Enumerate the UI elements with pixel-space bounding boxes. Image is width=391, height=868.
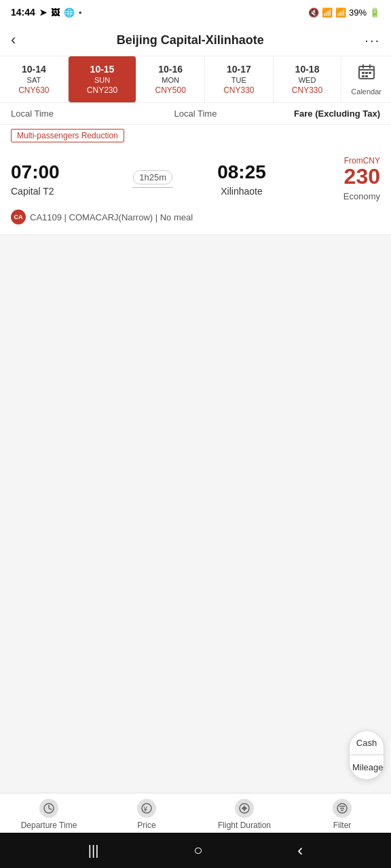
date-tabs: 10-14 SAT CNY630 10-15 SUN CNY230 10-16 … [0, 56, 391, 103]
date-price: CNY330 [292, 85, 322, 95]
date-day: MON [162, 76, 179, 84]
battery-icon: 🔋 [369, 7, 380, 18]
svg-rect-8 [365, 75, 368, 77]
date-day: SUN [94, 76, 110, 84]
departure-time-icon [39, 799, 58, 818]
sys-home-button[interactable]: ○ [193, 842, 202, 859]
date-tab-10-16[interactable]: 10-16 MON CNY500 [136, 56, 205, 102]
col-fare: Fare (Excluding Tax) [257, 108, 380, 119]
status-bar: 14:44 ➤ 🖼 🌐 ● 🔇 📶 📶 39% 🔋 [0, 0, 391, 24]
header: ‹ Beijing Capital-Xilinhaote ··· [0, 24, 391, 56]
globe-icon: 🌐 [64, 7, 75, 18]
filter-icon [333, 799, 352, 818]
image-icon: 🖼 [51, 7, 60, 18]
col-local-time-2: Local Time [134, 108, 257, 119]
date-num: 10-18 [295, 64, 320, 75]
reduction-badge: Multi-passengers Reduction [11, 129, 124, 142]
nav-flight-duration-label: Flight Duration [218, 821, 271, 830]
svg-rect-5 [365, 72, 368, 74]
page-title: Beijing Capital-Xilinhaote [16, 33, 365, 47]
status-time: 14:44 [11, 7, 35, 18]
nav-departure-time-label: Departure Time [21, 821, 77, 830]
main-content [0, 235, 391, 793]
sys-menu-button[interactable]: ||| [88, 843, 99, 859]
col-local-time-1: Local Time [11, 108, 134, 119]
flight-cabin-class: Economy [343, 191, 380, 201]
flight-departure: 07:00 Capital T2 [11, 161, 117, 197]
date-price: CNY630 [18, 85, 49, 95]
sys-back-button[interactable]: ‹ [297, 841, 303, 860]
float-buttons: Cash Mileage [349, 730, 384, 780]
departure-airport: Capital T2 [11, 186, 117, 197]
date-tab-10-15[interactable]: 10-15 SUN CNY230 [69, 56, 137, 102]
flight-arrival: 08:25 Xilinhaote [189, 161, 295, 197]
date-price: CNY330 [223, 85, 254, 95]
back-button[interactable]: ‹ [11, 31, 16, 49]
flight-price-amount: 230 [344, 165, 380, 187]
nav-filter-label: Filter [333, 821, 352, 830]
arrival-airport: Xilinhaote [221, 186, 263, 197]
flight-info-row: CA CA1109 | COMACARJ(Narrow) | No meal [11, 210, 380, 224]
calendar-tab[interactable]: Calendar [341, 56, 391, 102]
cash-button[interactable]: Cash [349, 730, 384, 755]
svg-rect-6 [369, 72, 371, 74]
flight-main-row: 07:00 Capital T2 1h25m 08:25 Xilinhaote … [11, 156, 380, 201]
date-num: 10-14 [22, 64, 46, 75]
date-num: 10-16 [158, 64, 183, 75]
flight-card[interactable]: 07:00 Capital T2 1h25m 08:25 Xilinhaote … [0, 146, 391, 235]
date-day: SAT [27, 76, 41, 84]
flight-duration: 1h25m [133, 170, 172, 184]
mileage-button[interactable]: Mileage [349, 755, 384, 780]
airline-logo: CA [11, 210, 26, 224]
flight-price-row: 230 [344, 165, 380, 187]
nav-filter[interactable]: Filter [293, 799, 391, 830]
arrival-time: 08:25 [217, 161, 266, 183]
departure-time: 07:00 [11, 161, 117, 183]
battery-text: 39% [349, 7, 367, 18]
nav-flight-duration[interactable]: Flight Duration [196, 799, 293, 830]
flight-info-text: CA1109 | COMACARJ(Narrow) | No meal [30, 212, 193, 222]
flight-duration-icon [235, 799, 254, 818]
calendar-label: Calendar [351, 87, 381, 96]
svg-line-11 [49, 808, 52, 810]
date-num: 10-15 [90, 64, 115, 75]
date-day: TUE [231, 76, 246, 84]
svg-text:¥: ¥ [143, 806, 148, 813]
date-tab-10-14[interactable]: 10-14 SAT CNY630 [0, 56, 69, 102]
flight-line [132, 187, 173, 188]
nav-price[interactable]: ¥ Price [98, 799, 196, 830]
sys-nav-bar: ||| ○ ‹ [0, 833, 391, 868]
nav-price-label: Price [137, 821, 155, 830]
date-tab-10-18[interactable]: 10-18 WED CNY330 [274, 56, 342, 102]
price-icon: ¥ [137, 799, 156, 818]
reduction-row: Multi-passengers Reduction [0, 125, 391, 146]
calendar-icon [358, 63, 375, 85]
signal-icon: 📶 [335, 7, 346, 18]
svg-rect-7 [362, 75, 365, 77]
svg-rect-4 [362, 72, 365, 74]
date-tab-10-17[interactable]: 10-17 TUE CNY330 [205, 56, 274, 102]
mute-icon: 🔇 [308, 7, 319, 18]
date-price: CNY230 [87, 85, 117, 95]
dot-icon: ● [79, 9, 82, 16]
flight-duration-col: 1h25m [117, 170, 189, 188]
date-price: CNY500 [155, 85, 186, 95]
location-icon: ➤ [39, 7, 47, 18]
nav-departure-time[interactable]: Departure Time [0, 799, 98, 830]
wifi-icon: 📶 [322, 7, 333, 18]
date-num: 10-17 [227, 64, 251, 75]
bottom-nav: Departure Time ¥ Price Flight Duration [0, 793, 391, 833]
column-headers: Local Time Local Time Fare (Excluding Ta… [0, 103, 391, 125]
flight-price-col: FromCNY 230 Economy [295, 156, 380, 201]
date-day: WED [299, 76, 316, 84]
more-button[interactable]: ··· [365, 33, 380, 48]
